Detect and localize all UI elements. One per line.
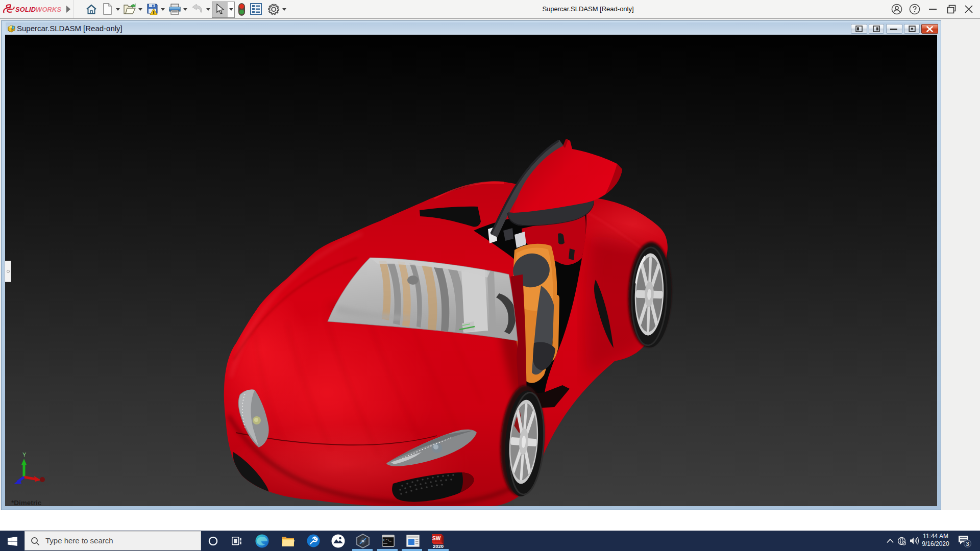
svg-text:*Dimetric: *Dimetric xyxy=(11,499,42,506)
svg-text:Y: Y xyxy=(22,452,27,458)
svg-text:2020: 2020 xyxy=(433,543,444,549)
svg-text:SW: SW xyxy=(432,536,441,541)
svg-text:SOLIDWORKS: SOLIDWORKS xyxy=(15,6,61,13)
svg-text:C:\_: C:\_ xyxy=(383,539,391,542)
svg-text:3: 3 xyxy=(966,541,969,547)
